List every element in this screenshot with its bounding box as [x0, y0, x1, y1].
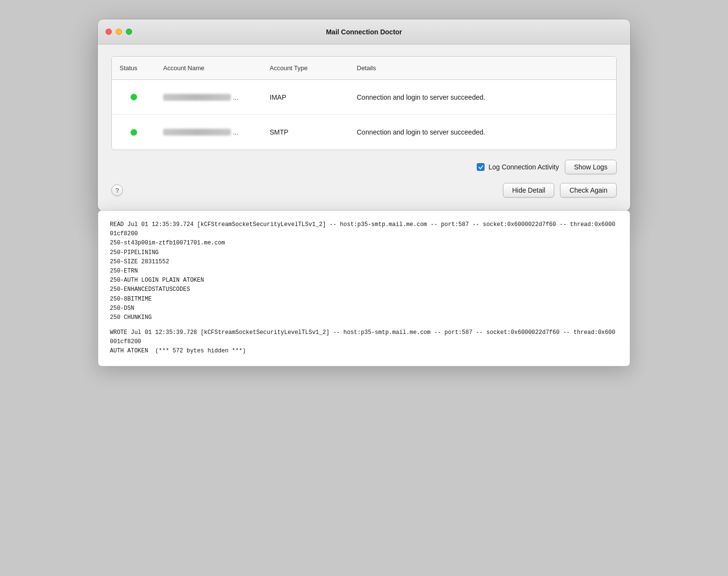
log-line-8: 250-8BITMIME [110, 295, 618, 304]
account-type-cell-smtp: SMTP [262, 123, 349, 141]
log-line-10: 250 CHUNKING [110, 313, 618, 322]
bottom-buttons: Hide Detail Check Again [503, 183, 617, 197]
titlebar: Mail Connection Doctor [98, 19, 630, 45]
traffic-lights [106, 29, 132, 35]
log-line-5: 250-ETRN [110, 267, 618, 276]
header-details: Details [349, 61, 616, 75]
table-row: ... IMAP Connection and login to server … [112, 80, 616, 115]
log-line-6: 250-AUTH LOGIN PLAIN ATOKEN [110, 276, 618, 285]
ellipsis-2: ... [233, 128, 239, 136]
header-status: Status [112, 61, 155, 75]
log-line-2: 250-st43p00im-ztfb10071701.me.com [110, 239, 618, 248]
app-container: Mail Connection Doctor Status Account Na… [98, 19, 630, 366]
log-connection-label: Log Connection Activity [488, 163, 559, 171]
table-row: ... SMTP Connection and login to server … [112, 115, 616, 150]
account-name-content-2: ... [163, 128, 239, 136]
accounts-table: Status Account Name Account Type Details… [111, 56, 617, 150]
log-line-4: 250-SIZE 28311552 [110, 258, 618, 267]
details-cell-imap: Connection and login to server succeeded… [349, 89, 616, 106]
log-connection-checkbox[interactable] [477, 163, 485, 171]
log-activity-area: Log Connection Activity [477, 163, 559, 171]
log-line-9: 250-DSN [110, 304, 618, 313]
status-cell-imap [112, 89, 155, 105]
header-account-type: Account Type [262, 61, 349, 75]
log-line-1: READ Jul 01 12:35:39.724 [kCFStreamSocke… [110, 220, 618, 239]
account-name-blurred-2 [163, 129, 231, 136]
log-panel: READ Jul 01 12:35:39.724 [kCFStreamSocke… [98, 210, 630, 366]
account-name-cell-imap: ... [155, 89, 262, 106]
account-name-blurred [163, 94, 231, 101]
table-header: Status Account Name Account Type Details [112, 57, 616, 80]
window-content: Status Account Name Account Type Details… [98, 45, 630, 211]
status-dot-green [131, 94, 137, 100]
check-again-button[interactable]: Check Again [560, 183, 617, 197]
show-logs-button[interactable]: Show Logs [565, 160, 617, 174]
hide-detail-button[interactable]: Hide Detail [503, 183, 554, 197]
main-window: Mail Connection Doctor Status Account Na… [98, 19, 630, 211]
log-line-12: AUTH ATOKEN (*** 572 bytes hidden ***) [110, 347, 618, 356]
status-cell-smtp [112, 124, 155, 140]
log-line-7: 250-ENHANCEDSTATUSCODES [110, 285, 618, 294]
header-account-name: Account Name [155, 61, 262, 75]
log-spacer [110, 322, 618, 328]
maximize-button[interactable] [126, 29, 132, 35]
minimize-button[interactable] [116, 29, 122, 35]
status-dot-green-2 [131, 129, 137, 136]
log-controls: Log Connection Activity Show Logs [111, 160, 617, 174]
help-button[interactable]: ? [111, 184, 123, 196]
account-name-content: ... [163, 93, 239, 101]
log-line-11: WROTE Jul 01 12:35:39.728 [kCFStreamSock… [110, 328, 618, 347]
ellipsis: ... [233, 93, 239, 101]
account-name-cell-smtp: ... [155, 123, 262, 141]
close-button[interactable] [106, 29, 112, 35]
log-line-3: 250-PIPELINING [110, 248, 618, 258]
bottom-row: ? Hide Detail Check Again [111, 183, 617, 197]
account-type-cell-imap: IMAP [262, 89, 349, 106]
details-cell-smtp: Connection and login to server succeeded… [349, 123, 616, 141]
window-title: Mail Connection Doctor [326, 28, 402, 36]
